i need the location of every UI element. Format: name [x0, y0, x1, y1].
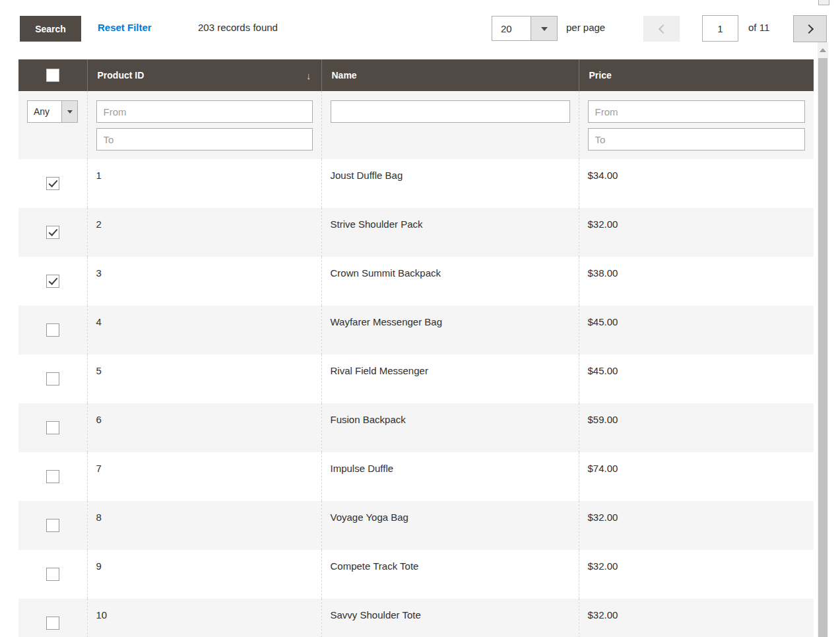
cell-name: Joust Duffle Bag: [321, 159, 579, 208]
cell-price: $45.00: [579, 354, 814, 403]
per-page-select[interactable]: 20: [492, 16, 558, 41]
cell-product-id: 1: [87, 159, 321, 208]
row-select-cell: [18, 501, 87, 550]
row-select-cell: [18, 550, 87, 599]
chevron-right-icon: [804, 24, 813, 33]
filter-select-cell: Any: [18, 91, 87, 159]
row-checkbox[interactable]: [46, 372, 59, 386]
select-all-header-cell: [18, 59, 87, 91]
cell-product-id: 7: [87, 452, 321, 501]
select-filter-value: Any: [28, 101, 61, 122]
select-filter-dropdown[interactable]: Any: [27, 100, 78, 123]
previous-page-button[interactable]: [643, 16, 680, 42]
vertical-scrollbar[interactable]: [818, 42, 828, 637]
column-header-name[interactable]: Name: [321, 59, 579, 91]
row-select-cell: [18, 159, 87, 208]
scrollbar-thumb[interactable]: [818, 58, 827, 637]
table-row[interactable]: 5 Rival Field Messenger $45.00: [18, 354, 814, 403]
product-id-from-input[interactable]: [96, 100, 313, 123]
price-to-input[interactable]: [588, 128, 806, 151]
table-row[interactable]: 4 Wayfarer Messenger Bag $45.00: [18, 306, 814, 354]
page-number-input[interactable]: [702, 15, 738, 42]
row-select-cell: [18, 452, 87, 501]
row-checkbox[interactable]: [46, 226, 59, 239]
column-header-price[interactable]: Price: [579, 59, 814, 91]
table-row[interactable]: 3 Crown Summit Backpack $38.00: [18, 257, 814, 306]
filter-price-cell: [579, 91, 814, 159]
row-select-cell: [18, 403, 87, 452]
grid-header-row: Product ID ↓ Name Price: [18, 59, 814, 91]
row-select-cell: [18, 354, 87, 403]
cell-price: $32.00: [579, 550, 814, 599]
price-from-input[interactable]: [588, 100, 806, 123]
cell-product-id: 4: [87, 306, 321, 354]
cell-name: Crown Summit Backpack: [321, 257, 579, 306]
filter-name-cell: [321, 91, 579, 159]
row-checkbox[interactable]: [46, 617, 59, 630]
row-checkbox[interactable]: [46, 568, 59, 581]
cell-price: $74.00: [579, 452, 814, 501]
scroll-up-icon[interactable]: [820, 48, 826, 52]
row-checkbox[interactable]: [46, 421, 59, 434]
row-select-cell: [18, 257, 87, 306]
cell-name: Impulse Duffle: [321, 452, 579, 501]
table-row[interactable]: 10 Savvy Shoulder Tote $32.00: [18, 599, 814, 637]
cell-price: $32.00: [579, 599, 814, 637]
table-row[interactable]: 2 Strive Shoulder Pack $32.00: [18, 208, 814, 257]
row-checkbox[interactable]: [46, 519, 59, 532]
cell-name: Strive Shoulder Pack: [321, 208, 579, 257]
row-checkbox[interactable]: [46, 275, 59, 288]
table-row[interactable]: 9 Compete Track Tote $32.00: [18, 550, 814, 599]
cell-price: $34.00: [579, 159, 814, 208]
scroll-top-fragment: [818, 0, 829, 5]
cell-name: Wayfarer Messenger Bag: [321, 306, 579, 354]
per-page-label: per page: [566, 22, 605, 33]
cell-price: $38.00: [579, 257, 814, 306]
row-select-cell: [18, 306, 87, 354]
table-row[interactable]: 1 Joust Duffle Bag $34.00: [18, 159, 814, 208]
cell-product-id: 9: [87, 550, 321, 599]
cell-product-id: 6: [87, 403, 321, 452]
cell-product-id: 5: [87, 354, 321, 403]
name-filter-input[interactable]: [331, 100, 570, 123]
records-found-label: 203 records found: [198, 22, 278, 33]
cell-name: Fusion Backpack: [321, 403, 579, 452]
cell-product-id: 3: [87, 257, 321, 306]
cell-product-id: 8: [87, 501, 321, 550]
column-header-label: Product ID: [98, 70, 145, 81]
table-row[interactable]: 6 Fusion Backpack $59.00: [18, 403, 814, 452]
grid-filter-row: Any: [18, 91, 814, 159]
cell-name: Compete Track Tote: [321, 550, 579, 599]
reset-filter-link[interactable]: Reset Filter: [98, 22, 152, 33]
search-button[interactable]: Search: [20, 16, 81, 42]
chevron-down-icon[interactable]: [61, 101, 77, 122]
row-checkbox[interactable]: [46, 323, 59, 337]
filter-product-id-cell: [87, 91, 321, 159]
cell-price: $45.00: [579, 306, 814, 354]
cell-name: Voyage Yoga Bag: [321, 501, 579, 550]
sort-descending-icon: ↓: [306, 70, 311, 81]
row-select-cell: [18, 599, 87, 637]
cell-price: $32.00: [579, 208, 814, 257]
product-grid: Product ID ↓ Name Price Any: [18, 59, 814, 637]
next-page-button[interactable]: [793, 15, 827, 42]
total-pages-label: of 11: [748, 22, 769, 33]
column-header-product-id[interactable]: Product ID ↓: [87, 59, 321, 91]
cell-price: $32.00: [579, 501, 814, 550]
chevron-left-icon: [658, 24, 667, 33]
row-checkbox[interactable]: [46, 470, 59, 483]
table-row[interactable]: 7 Impulse Duffle $74.00: [18, 452, 814, 501]
cell-name: Rival Field Messenger: [321, 354, 579, 403]
cell-product-id: 10: [87, 599, 321, 637]
product-id-to-input[interactable]: [96, 128, 313, 151]
row-checkbox[interactable]: [46, 177, 59, 190]
cell-name: Savvy Shoulder Tote: [321, 599, 579, 637]
table-row[interactable]: 8 Voyage Yoga Bag $32.00: [18, 501, 814, 550]
per-page-select-value: 20: [492, 17, 531, 40]
cell-product-id: 2: [87, 208, 321, 257]
cell-price: $59.00: [579, 403, 814, 452]
chevron-down-icon[interactable]: [531, 17, 557, 40]
row-select-cell: [18, 208, 87, 257]
select-all-checkbox[interactable]: [46, 69, 59, 82]
